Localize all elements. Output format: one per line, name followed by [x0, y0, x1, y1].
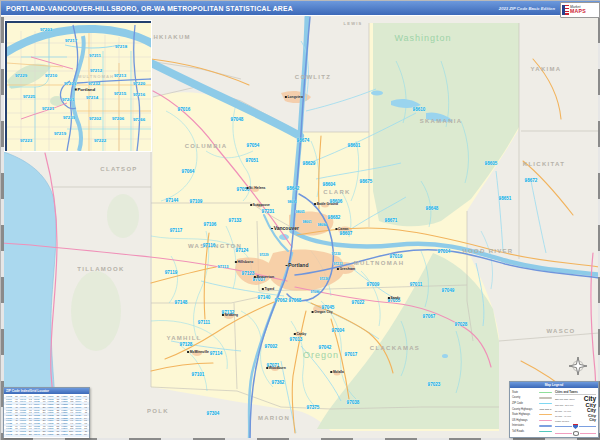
us-highway-shield-icon [573, 431, 579, 436]
us-highway-shield-sample [555, 431, 596, 436]
legend-city-row: Under 10,000City [555, 419, 596, 423]
legend-shields [555, 424, 596, 436]
grid-band-left [1, 17, 4, 440]
legend-line-swatch [539, 414, 552, 415]
map-canvas: WAHKIAKUMLEWISCOWLITZSKAMANIAYAKIMAKLICK… [1, 1, 600, 440]
publisher-flag-icon [562, 5, 569, 15]
map-title: PORTLAND-VANCOUVER-HILLSBORO, OR-WA METR… [1, 5, 293, 12]
interstate-shield-icon [573, 424, 578, 429]
legend-line-swatch [539, 431, 552, 432]
legend-cities-title: Cities and Towns [555, 390, 596, 395]
publisher-name-bottom: MAPS [570, 9, 586, 14]
interstate-shield-sample [555, 424, 596, 429]
legend-line-swatch [539, 397, 552, 398]
zip-index-row: 97042H8 [6, 433, 18, 436]
zip-index-panel: ZIP Code Index/Grid Locator 97002G897004… [3, 387, 90, 438]
portland-inset: 9720397217972189721197229972109721297213… [5, 21, 151, 151]
map-poster: WAHKIAKUMLEWISCOWLITZSKAMANIAYAKIMAKLICK… [0, 0, 600, 440]
legend-line-swatch [539, 403, 552, 404]
title-bar: PORTLAND-VANCOUVER-HILLSBORO, OR-WA METR… [1, 1, 600, 16]
inset-map [7, 23, 151, 151]
zip-index-row: 98672M4 [75, 433, 87, 436]
legend-line-swatch [539, 425, 552, 426]
compass-rose [568, 356, 588, 376]
zip-index-row: 97219B3 [47, 433, 59, 436]
legend-lines: StateCountyZIP CodeCounty HighwaysState … [512, 390, 552, 436]
edition-label: 2023 ZIP Code Basic Edition [499, 6, 555, 11]
legend-line-row: Toll Roads [512, 429, 552, 435]
legend-panel: Map Legend StateCountyZIP CodeCounty Hig… [509, 381, 599, 438]
legend-line-swatch [539, 392, 552, 393]
publisher-logo: Market MAPS [560, 2, 600, 18]
zip-index-row: 97106E5 [20, 433, 32, 436]
legend-cities: 250,000 and AboveCity100,000 - 249,999Ci… [555, 396, 596, 423]
zip-index-row: 97148E7 [34, 433, 46, 436]
legend-line-swatch [539, 420, 552, 421]
zip-index-row: 97362G9 [61, 433, 73, 436]
legend-line-swatch [539, 409, 552, 410]
zip-index-entries: 97002G897004H897007G797009I797011J797013… [4, 394, 89, 438]
